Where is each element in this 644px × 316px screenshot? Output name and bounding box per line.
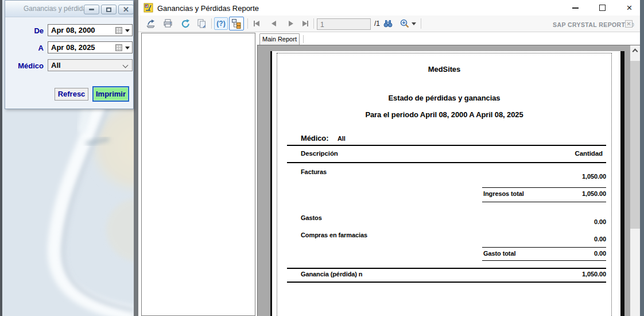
window-gap-strip xyxy=(134,0,138,316)
next-page-icon xyxy=(289,21,293,26)
export-icon xyxy=(146,18,156,29)
dialog-titlebar[interactable]: Ganancias y pérdidas ✕ xyxy=(5,1,133,17)
zoom-dropdown-caret-icon[interactable] xyxy=(412,22,416,25)
group-tree-panel[interactable] xyxy=(141,33,255,316)
column-header-description: Descripción xyxy=(301,150,338,157)
refresh-report-button[interactable] xyxy=(179,17,192,30)
toolbar-separator xyxy=(421,18,421,29)
page-shadow xyxy=(620,51,624,316)
scrollbar-thumb[interactable] xyxy=(630,61,640,229)
group-tree-toggle-button[interactable] xyxy=(229,17,244,30)
window-maximize-button[interactable] xyxy=(589,0,615,16)
row-value: 0.00 xyxy=(502,236,606,242)
find-button[interactable] xyxy=(382,17,394,30)
sap-crystal-reports-brand: SAP CRYSTAL REPORTS® xyxy=(553,21,634,28)
toolbar-separator xyxy=(247,18,248,29)
first-page-button[interactable] xyxy=(251,17,262,30)
print-report-button[interactable] xyxy=(162,17,174,30)
column-header-amount: Cantidad xyxy=(502,150,603,157)
calendar-icon xyxy=(115,27,122,34)
medico-label: Médico xyxy=(12,61,44,70)
window-titlebar[interactable]: Ganancias y Pérdidas Reporte × xyxy=(138,0,640,16)
print-button[interactable]: Imprimir xyxy=(92,86,129,102)
chevron-up-icon xyxy=(633,48,638,54)
tab-separator xyxy=(303,35,304,43)
minimize-icon xyxy=(89,9,94,10)
dialog-title: Ganancias y pérdidas xyxy=(24,5,90,13)
window-minimize-button[interactable] xyxy=(562,0,588,16)
row-label: Compras en farmacias xyxy=(301,232,367,238)
subtotal-label: Ingresos total xyxy=(483,190,524,197)
chevron-down-icon xyxy=(123,63,129,68)
date-to-input[interactable]: Apr 08, 2025 xyxy=(48,41,133,53)
zoom-button[interactable] xyxy=(399,17,416,30)
parameter-panel-toggle-button[interactable]: (?) xyxy=(214,17,228,30)
crystal-reports-app-icon xyxy=(143,3,153,13)
report-title: Estado de pérdidas y ganancias xyxy=(277,94,612,102)
date-from-label: De xyxy=(12,26,44,35)
last-page-button[interactable] xyxy=(300,17,311,30)
row-value: 0.00 xyxy=(502,218,606,225)
previous-page-button[interactable] xyxy=(268,17,280,30)
export-button[interactable] xyxy=(145,17,157,30)
refresh-icon xyxy=(180,18,191,29)
report-viewer-window: Ganancias y Pérdidas Reporte × xyxy=(138,0,640,316)
vertical-scrollbar[interactable] xyxy=(630,45,640,316)
next-page-button[interactable] xyxy=(285,17,297,30)
dialog-restore-button[interactable] xyxy=(101,5,117,14)
toolbar-separator xyxy=(313,18,314,29)
medico-selected-value: All xyxy=(51,61,61,70)
print-icon xyxy=(163,18,173,29)
first-page-icon xyxy=(255,21,259,26)
window-close-button[interactable]: × xyxy=(616,0,642,16)
parameter-panel-icon: (?) xyxy=(216,20,225,28)
row-label: Facturas xyxy=(301,168,327,175)
screen: Ganancias y pérdidas ✕ De Apr 08, 2000 A… xyxy=(0,0,644,316)
calendar-icon xyxy=(115,44,122,51)
date-dropdown-caret-icon[interactable] xyxy=(125,47,130,49)
restore-icon xyxy=(106,7,111,12)
report-medico-value: All xyxy=(337,135,346,142)
rule xyxy=(287,145,606,146)
medico-select[interactable]: All xyxy=(48,59,133,71)
last-page-icon xyxy=(307,21,308,26)
subtotal-rule xyxy=(482,247,606,248)
subtotal-rule xyxy=(482,202,606,202)
date-from-input[interactable]: Apr 08, 2000 xyxy=(48,24,133,36)
close-icon: ✕ xyxy=(123,6,129,13)
copy-icon xyxy=(196,18,207,29)
row-label: Gastos xyxy=(301,214,322,221)
total-label: Ganancia (pérdida) n xyxy=(301,271,362,278)
maximize-icon xyxy=(599,5,606,11)
rule xyxy=(287,268,606,269)
subtotal-value: 1,050.00 xyxy=(525,190,606,197)
dialog-minimize-button[interactable] xyxy=(84,5,99,14)
subtotal-rule xyxy=(482,187,606,188)
total-value: 1,050.00 xyxy=(502,271,606,278)
tab-main-report[interactable]: Main Report xyxy=(259,33,300,45)
report-page: MedSites Estado de pérdidas y ganancias … xyxy=(270,51,620,316)
date-to-value: Apr 08, 2025 xyxy=(51,43,95,52)
dialog-close-button[interactable]: ✕ xyxy=(118,5,134,14)
find-icon xyxy=(383,18,393,29)
previous-page-icon xyxy=(271,21,276,26)
subtotal-value: 0.00 xyxy=(525,250,606,257)
minimize-icon xyxy=(572,7,579,9)
subtotal-rule xyxy=(482,260,606,261)
report-period: Para el periodo April 08, 2000 A April 0… xyxy=(277,110,612,119)
page-number-input[interactable]: 1 xyxy=(317,18,371,30)
window-title: Ganancias y Pérdidas Reporte xyxy=(157,4,259,13)
date-dropdown-caret-icon[interactable] xyxy=(125,29,130,32)
brand-close-icon[interactable]: ✕ xyxy=(625,20,633,28)
scroll-up-button[interactable] xyxy=(630,45,640,55)
page-total-label: /1 xyxy=(374,20,380,28)
refresh-button[interactable]: Refresc xyxy=(55,88,88,101)
subtotal-label: Gasto total xyxy=(483,250,515,257)
profit-loss-filter-dialog: Ganancias y pérdidas ✕ De Apr 08, 2000 A… xyxy=(5,0,134,109)
row-value: 1,050.00 xyxy=(502,173,606,180)
copy-button[interactable] xyxy=(195,17,208,30)
desktop-right-strip xyxy=(640,0,644,316)
group-tree-icon xyxy=(231,18,242,29)
date-from-value: Apr 08, 2000 xyxy=(51,26,95,34)
close-icon: × xyxy=(627,3,633,13)
